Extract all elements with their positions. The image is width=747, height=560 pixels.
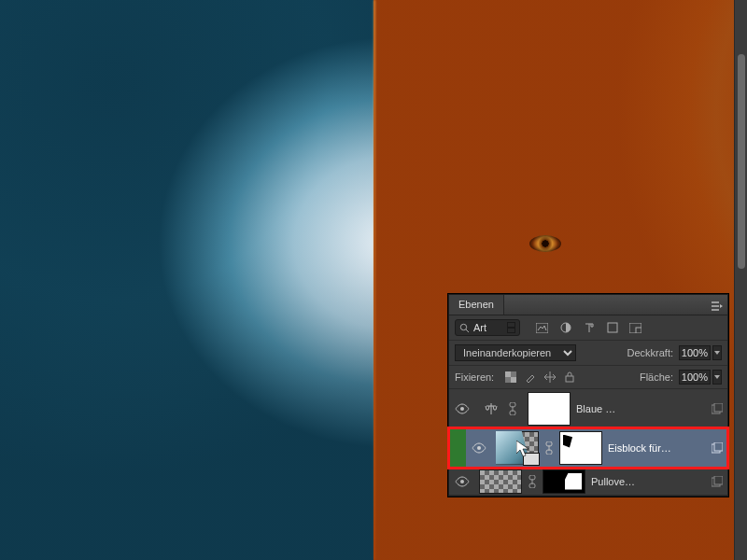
eye-icon [455,476,470,487]
adjustment-icons [479,402,522,415]
svg-point-0 [460,324,466,329]
menu-icon [712,301,723,311]
lock-label: Fixieren: [455,371,494,383]
svg-rect-9 [566,376,573,382]
panel-menu-button[interactable] [707,299,727,310]
blend-mode-select[interactable]: Ineinanderkopieren [455,344,576,361]
layer-mask-thumb[interactable] [528,392,571,426]
layer-row-eisblock[interactable]: Eisblock für… [449,428,727,468]
svg-rect-5 [636,328,641,333]
layer-mask-thumb[interactable] [559,431,602,465]
selection-indicator [449,428,466,467]
fill-label: Fläche: [640,371,673,383]
filter-type-icon[interactable] [582,321,596,335]
fill-value[interactable] [679,370,711,385]
link-icon [528,475,537,488]
svg-rect-24 [714,476,723,484]
layer-row-pullover[interactable]: Pullove… [449,468,727,496]
link-icon [544,441,554,455]
smart-object-badge [523,453,540,466]
panel-tabbar: Ebenen [449,295,727,315]
balance-icon [484,402,499,415]
svg-rect-7 [505,371,511,377]
layer-stack-icon[interactable] [707,442,727,454]
filter-adjustment-icon[interactable] [558,321,572,335]
tab-layers[interactable]: Ebenen [449,295,504,315]
link-icon [508,402,517,415]
filter-shape-icon[interactable] [605,321,619,335]
opacity-label: Deckkraft: [627,347,673,358]
layer-stack-icon[interactable] [707,403,727,414]
layer-thumb[interactable] [496,431,539,465]
lock-position-icon[interactable] [543,371,557,385]
opacity-field[interactable] [679,345,722,360]
svg-point-10 [460,407,464,411]
layers-panel: Ebenen Ineinanderkopieren Deckkraft: [448,294,728,497]
canvas-divider [374,0,375,560]
svg-rect-19 [714,442,723,451]
lock-fill-row: Fixieren: Fläche: [449,366,727,389]
layer-list: Blaue … [449,389,727,496]
layer-name[interactable]: Pullove… [585,476,707,487]
svg-rect-8 [511,377,516,383]
filter-smart-icon[interactable] [628,321,642,335]
layer-kind-label [473,322,503,333]
layer-kind-filter[interactable] [455,319,520,336]
eye-icon [472,442,486,454]
filter-pixel-icon[interactable] [535,321,549,335]
visibility-toggle[interactable] [449,403,475,414]
layer-name[interactable]: Eisblock für… [602,442,707,454]
window-scrollbar[interactable] [734,0,747,560]
filter-stepper[interactable] [507,322,515,333]
visibility-toggle[interactable] [449,476,475,487]
opacity-value[interactable] [679,345,711,360]
layer-filter-row [449,315,727,341]
lock-icons [503,371,576,385]
svg-point-15 [477,446,481,450]
blend-opacity-row: Ineinanderkopieren Deckkraft: [449,341,727,366]
eye-icon [455,403,470,414]
lock-all-icon[interactable] [562,371,576,385]
chevron-down-icon[interactable] [712,345,722,360]
chevron-down-icon[interactable] [712,370,722,385]
layer-row-blaue[interactable]: Blaue … [449,389,727,428]
layer-thumb[interactable] [479,469,522,494]
svg-point-20 [460,480,464,483]
canvas-ice-half [0,0,374,560]
layer-mask-thumb[interactable] [543,469,585,494]
filter-type-icons [535,321,642,335]
svg-rect-3 [608,323,617,332]
fill-field[interactable] [679,370,722,385]
lock-pixels-icon[interactable] [523,371,537,385]
scrollbar-thumb[interactable] [738,54,745,269]
layer-stack-icon[interactable] [707,476,727,487]
svg-rect-14 [714,403,723,412]
lock-transparency-icon[interactable] [503,371,517,385]
visibility-toggle[interactable] [466,442,492,454]
search-icon [459,323,470,333]
layer-name[interactable]: Blaue … [571,403,707,414]
